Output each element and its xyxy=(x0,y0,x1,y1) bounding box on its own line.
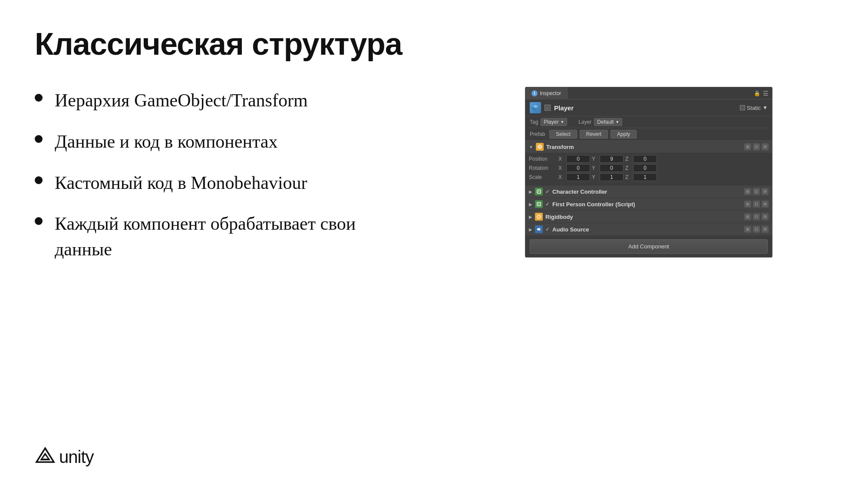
transform-collapse-icon: ▼ xyxy=(529,145,533,149)
rb-tool-gear[interactable]: ⚙ xyxy=(762,213,769,220)
position-z-input[interactable] xyxy=(633,155,657,163)
tag-layer-row: Tag Player ▼ Layer Default ▼ xyxy=(525,116,772,128)
rb-icon xyxy=(535,213,543,221)
char-ctrl-tool-1[interactable]: ⊞ xyxy=(744,188,751,195)
svg-line-14 xyxy=(538,215,540,218)
audio-icon xyxy=(535,225,543,233)
lock-icon[interactable]: 🔒 xyxy=(754,90,760,96)
fp-icon xyxy=(535,200,543,208)
go-active-checkbox[interactable]: ✓ xyxy=(545,105,551,111)
scale-y-label: Y xyxy=(592,174,598,180)
layer-dropdown[interactable]: Default ▼ xyxy=(594,118,622,126)
audio-source-header[interactable]: ▶ ✓ Audio Source ⊞ ⊡ ⚙ xyxy=(525,223,772,236)
audio-tools: ⊞ ⊡ ⚙ xyxy=(744,226,769,233)
rotation-y-input[interactable] xyxy=(600,164,624,172)
svg-rect-10 xyxy=(537,202,541,206)
scale-z-input[interactable] xyxy=(633,173,657,181)
bullet-text: Кастомный код в Monobehaviour xyxy=(55,170,365,196)
prefab-label: Prefab xyxy=(530,131,545,137)
fp-tool-1[interactable]: ⊞ xyxy=(744,201,751,208)
prefab-revert-button[interactable]: Revert xyxy=(580,130,608,139)
list-item: Иерархия GameObject/Transform xyxy=(35,88,365,113)
transform-tool-2[interactable]: ⊡ xyxy=(753,143,760,150)
position-x-input[interactable] xyxy=(566,155,590,163)
list-item: Данные и код в компонентах xyxy=(35,129,365,155)
rot-z-label: Z xyxy=(625,165,631,171)
char-controller-header[interactable]: ▶ ✓ Character Controller ⊞ ⊡ ⚙ xyxy=(525,185,772,198)
first-person-header[interactable]: ▶ ✓ First Person Controller (Script) ⊞ ⊡… xyxy=(525,198,772,211)
scale-row: Scale X Y Z xyxy=(529,173,769,181)
rotation-label: Rotation xyxy=(529,165,558,171)
fp-tool-2[interactable]: ⊡ xyxy=(753,201,760,208)
rigidbody-header[interactable]: ▶ Rigidbody ⊞ ⊡ ⚙ xyxy=(525,211,772,223)
tag-dropdown[interactable]: Player ▼ xyxy=(541,118,567,126)
inspector-tab-bar: i Inspector 🔒 ☰ xyxy=(525,87,772,99)
list-item: Кастомный код в Monobehaviour xyxy=(35,170,365,196)
rb-tool-1[interactable]: ⊞ xyxy=(744,213,751,220)
menu-icon[interactable]: ☰ xyxy=(763,90,769,97)
position-label: Position xyxy=(529,156,558,162)
rotation-xyz: X Y Z xyxy=(558,164,769,172)
scale-z-label: Z xyxy=(625,174,631,180)
transform-name: Transform xyxy=(546,144,742,150)
layer-label: Layer xyxy=(578,119,591,125)
char-ctrl-tools: ⊞ ⊡ ⚙ xyxy=(744,188,769,195)
pos-x-label: X xyxy=(558,156,564,162)
prefab-apply-button[interactable]: Apply xyxy=(611,130,637,139)
inspector-tab-label: Inspector xyxy=(540,90,561,96)
inspector-tab-controls: 🔒 ☰ xyxy=(754,90,772,97)
rotation-row: Rotation X Y Z xyxy=(529,164,769,172)
scale-x-input[interactable] xyxy=(566,173,590,181)
audio-collapse-icon: ▶ xyxy=(529,227,532,232)
rigidbody-name: Rigidbody xyxy=(545,214,742,220)
unity-logo-text: unity xyxy=(59,447,94,467)
prefab-select-button[interactable]: Select xyxy=(549,130,577,139)
list-item: Каждый компонент обрабатывает свои данны… xyxy=(35,211,365,262)
rotation-x-input[interactable] xyxy=(566,164,590,172)
inspector-tab[interactable]: i Inspector xyxy=(525,87,568,99)
audio-source-name: Audio Source xyxy=(552,226,742,233)
bullet-list: Иерархия GameObject/Transform Данные и к… xyxy=(35,88,365,262)
tag-dropdown-arrow: ▼ xyxy=(560,120,564,124)
static-label: Static xyxy=(747,105,761,111)
audio-checkbox[interactable]: ✓ xyxy=(545,226,550,232)
bullet-dot xyxy=(35,176,43,184)
position-y-input[interactable] xyxy=(600,155,624,163)
scale-label: Scale xyxy=(529,174,558,180)
audio-tool-2[interactable]: ⊡ xyxy=(753,226,760,233)
gameobject-cube-icon xyxy=(530,102,541,113)
prefab-row: Prefab Select Revert Apply xyxy=(525,128,772,141)
rotation-z-input[interactable] xyxy=(633,164,657,172)
static-dropdown-arrow[interactable]: ▼ xyxy=(762,105,768,111)
slide-title: Классическая структура xyxy=(35,26,833,62)
static-section: Static ▼ xyxy=(740,105,768,111)
scale-y-input[interactable] xyxy=(600,173,624,181)
bullet-text: Каждый компонент обрабатывает свои данны… xyxy=(55,211,365,262)
fp-checkbox[interactable]: ✓ xyxy=(545,201,550,207)
position-row: Position X Y Z xyxy=(529,155,769,163)
fp-tool-gear[interactable]: ⚙ xyxy=(762,201,769,208)
char-ctrl-tool-gear[interactable]: ⚙ xyxy=(762,188,769,195)
rot-x-label: X xyxy=(558,165,564,171)
transform-tools: ⊞ ⊡ ⚙ xyxy=(744,143,769,150)
position-xyz: X Y Z xyxy=(558,155,769,163)
static-checkbox[interactable] xyxy=(740,105,745,110)
audio-tool-gear[interactable]: ⚙ xyxy=(762,226,769,233)
add-component-button[interactable]: Add Component xyxy=(530,239,768,254)
fp-tools: ⊞ ⊡ ⚙ xyxy=(744,201,769,208)
inspector-panel: i Inspector 🔒 ☰ ✓ Player xyxy=(525,87,772,258)
scale-xyz: X Y Z xyxy=(558,173,769,181)
rot-y-label: Y xyxy=(592,165,598,171)
pos-z-label: Z xyxy=(625,156,631,162)
fp-collapse-icon: ▶ xyxy=(529,202,532,207)
transform-tool-1[interactable]: ⊞ xyxy=(744,143,751,150)
scale-x-label: X xyxy=(558,174,564,180)
transform-component-header[interactable]: ▼ Transform ⊞ ⊡ ⚙ xyxy=(525,141,772,153)
go-header: ✓ Player Static ▼ xyxy=(525,99,772,116)
layer-value: Default xyxy=(597,119,614,125)
transform-tool-gear[interactable]: ⚙ xyxy=(762,143,769,150)
audio-tool-1[interactable]: ⊞ xyxy=(744,226,751,233)
rb-tool-2[interactable]: ⊡ xyxy=(753,213,760,220)
char-ctrl-checkbox[interactable]: ✓ xyxy=(545,188,550,195)
char-ctrl-tool-2[interactable]: ⊡ xyxy=(753,188,760,195)
